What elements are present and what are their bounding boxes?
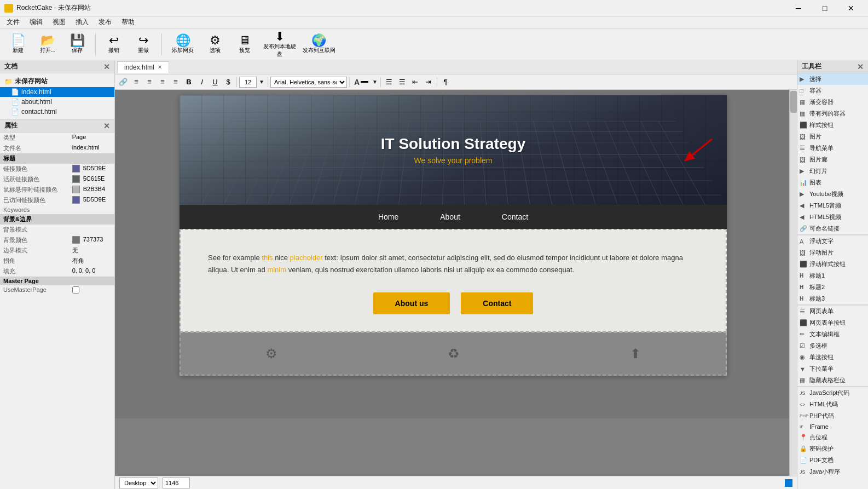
menu-edit[interactable]: 编辑 xyxy=(25,16,47,28)
footer-icon-1[interactable]: ⚙ xyxy=(265,346,277,361)
file-tree-root[interactable]: 📁 未保存网站 xyxy=(0,76,114,87)
tool-float-image[interactable]: 🖼 浮动图片 xyxy=(797,247,868,258)
redo-button[interactable]: ↪ 重做 xyxy=(130,31,157,58)
tool-password[interactable]: 🔒 密码保护 xyxy=(797,443,868,455)
publish-local-button[interactable]: ⬇ 发布到本地硬盘 xyxy=(261,31,299,58)
file-item-contact[interactable]: 📄 contact.html xyxy=(0,107,114,117)
maximize-button[interactable]: □ xyxy=(812,0,837,16)
tab-index[interactable]: index.html ✕ xyxy=(117,61,169,73)
scroll-thumb[interactable] xyxy=(790,91,797,113)
dollar-btn[interactable]: $ xyxy=(222,76,234,88)
footer-icon-2[interactable]: ♻ xyxy=(448,346,460,361)
hero-section[interactable]: IT Solution Strategy We solve your probl… xyxy=(180,95,727,205)
active-link-swatch[interactable] xyxy=(72,175,80,183)
visited-link-swatch[interactable] xyxy=(72,196,80,204)
save-button[interactable]: 💾 保存 xyxy=(63,31,91,58)
menu-view[interactable]: 视图 xyxy=(48,16,70,28)
font-family-select[interactable]: Arial, Helvetica, sans-serif xyxy=(270,77,347,88)
tool-dropdown[interactable]: ▼ 下拉菜单 xyxy=(797,363,868,375)
minimize-button[interactable]: ─ xyxy=(786,0,811,16)
underline-btn[interactable]: U xyxy=(209,76,221,88)
minim-link[interactable]: minim xyxy=(267,266,286,274)
publish-web-button[interactable]: 🌍 发布到互联网 xyxy=(301,31,337,58)
tool-js[interactable]: JS JavaScript代码 xyxy=(797,387,868,399)
nav-home[interactable]: Home xyxy=(374,210,403,223)
link-color-swatch[interactable] xyxy=(72,165,80,172)
tool-anchor2[interactable]: 📍 点位程 xyxy=(797,432,868,443)
footer-section[interactable]: ⚙ ♻ ⬆ xyxy=(180,332,727,376)
tool-gradient-container[interactable]: ▦ 渐变容器 xyxy=(797,96,868,108)
bold-btn[interactable]: B xyxy=(183,76,195,88)
options-button[interactable]: ⚙ 选项 xyxy=(201,31,229,58)
bg-color-swatch[interactable] xyxy=(72,236,80,244)
tool-textarea[interactable]: ✏ 文本编辑框 xyxy=(797,329,868,340)
text-color-picker[interactable]: A xyxy=(352,78,371,87)
menu-insert[interactable]: 插入 xyxy=(71,16,93,28)
open-button[interactable]: 📂 打开... xyxy=(34,31,61,58)
close-button[interactable]: ✕ xyxy=(838,0,864,16)
tool-iframe[interactable]: IF IFrame xyxy=(797,422,868,432)
tool-col-container[interactable]: ▦ 带有列的容器 xyxy=(797,108,868,119)
tool-image[interactable]: 🖼 图片 xyxy=(797,131,868,142)
menu-file[interactable]: 文件 xyxy=(2,16,24,28)
tool-chart[interactable]: 📊 图表 xyxy=(797,177,868,188)
file-item-about[interactable]: 📄 about.html xyxy=(0,97,114,107)
tool-webform-btn[interactable]: ⬛ 网页表单按钮 xyxy=(797,317,868,329)
tool-anchor[interactable]: 🔗 可命名链接 xyxy=(797,223,868,234)
tool-html5-audio[interactable]: ◀ HTML5音频 xyxy=(797,200,868,211)
hover-link-swatch[interactable] xyxy=(72,186,80,193)
menu-publish[interactable]: 发布 xyxy=(94,16,116,28)
tool-float-text[interactable]: A 浮动文字 xyxy=(797,235,868,247)
file-panel-close[interactable]: ✕ xyxy=(103,62,110,71)
props-close[interactable]: ✕ xyxy=(103,122,110,130)
preview-button[interactable]: 🖥 预览 xyxy=(231,31,258,58)
tool-checkbox[interactable]: ☑ 多选框 xyxy=(797,340,868,352)
nav-about[interactable]: About xyxy=(436,210,465,223)
tab-close-icon[interactable]: ✕ xyxy=(158,64,162,70)
placholder-link[interactable]: placholder xyxy=(290,254,323,262)
italic-btn[interactable]: I xyxy=(196,76,208,88)
scroll-track[interactable] xyxy=(789,90,797,476)
footer-icon-3[interactable]: ⬆ xyxy=(630,346,641,361)
list-ordered-btn[interactable]: ☰ xyxy=(396,76,408,88)
content-section[interactable]: See for example this nice placholder tex… xyxy=(180,229,727,332)
indent-btn[interactable]: ⇥ xyxy=(423,76,435,88)
right-panel-close[interactable]: ✕ xyxy=(857,62,864,71)
website-preview[interactable]: IT Solution Strategy We solve your probl… xyxy=(180,95,727,376)
tool-webform[interactable]: ☰ 网页表单 xyxy=(797,306,868,317)
this-link[interactable]: this xyxy=(262,254,273,262)
paragraph-btn[interactable]: ¶ xyxy=(439,76,452,88)
tool-slideshow[interactable]: ▶ 幻灯片 xyxy=(797,165,868,177)
tool-youtube[interactable]: ▶ Youtube视频 xyxy=(797,188,868,200)
color-dropdown-icon[interactable]: ▼ xyxy=(372,79,378,85)
undo-button[interactable]: ↩ 撤销 xyxy=(100,31,128,58)
tool-nav-menu[interactable]: ☰ 导航菜单 xyxy=(797,142,868,154)
tool-java[interactable]: JS Java小程序 xyxy=(797,466,868,478)
contact-button[interactable]: Contact xyxy=(461,292,533,314)
tool-container[interactable]: □ 容器 xyxy=(797,85,868,96)
link-icon[interactable]: 🔗 xyxy=(117,76,129,88)
font-size-dropdown-icon[interactable]: ▼ xyxy=(258,79,265,85)
tool-h3[interactable]: H 标题3 xyxy=(797,293,868,304)
tool-html[interactable]: <> HTML代码 xyxy=(797,399,868,410)
tool-html5-video[interactable]: ◀ HTML5视频 xyxy=(797,211,868,223)
align-right-btn[interactable]: ≡ xyxy=(157,76,169,88)
tool-h1[interactable]: H 标题1 xyxy=(797,270,868,281)
outdent-btn[interactable]: ⇤ xyxy=(409,76,421,88)
list-unordered-btn[interactable]: ☰ xyxy=(383,76,395,88)
menu-help[interactable]: 帮助 xyxy=(117,16,139,28)
tool-php[interactable]: PHP PHP代码 xyxy=(797,410,868,422)
tool-hidden-field[interactable]: ▦ 隐藏表格栏位 xyxy=(797,375,868,386)
add-page-button[interactable]: 🌐 添加网页 xyxy=(166,31,199,58)
file-item-index[interactable]: 📄 index.html xyxy=(0,87,114,97)
tool-select[interactable]: ▶ 选择 xyxy=(797,73,868,85)
align-justify-btn[interactable]: ≡ xyxy=(170,76,182,88)
tool-float-style-btn[interactable]: ⬛ 浮动样式按钮 xyxy=(797,258,868,270)
tool-pdf[interactable]: 📄 PDF文档 xyxy=(797,455,868,466)
align-left-btn[interactable]: ≡ xyxy=(130,76,142,88)
about-us-button[interactable]: About us xyxy=(373,292,450,314)
tool-style-btn[interactable]: ⬛ 样式按钮 xyxy=(797,119,868,131)
tool-gallery[interactable]: 🖼 图片廊 xyxy=(797,154,868,165)
view-select[interactable]: Desktop Tablet Mobile xyxy=(119,478,158,488)
nav-contact[interactable]: Contact xyxy=(497,210,533,223)
